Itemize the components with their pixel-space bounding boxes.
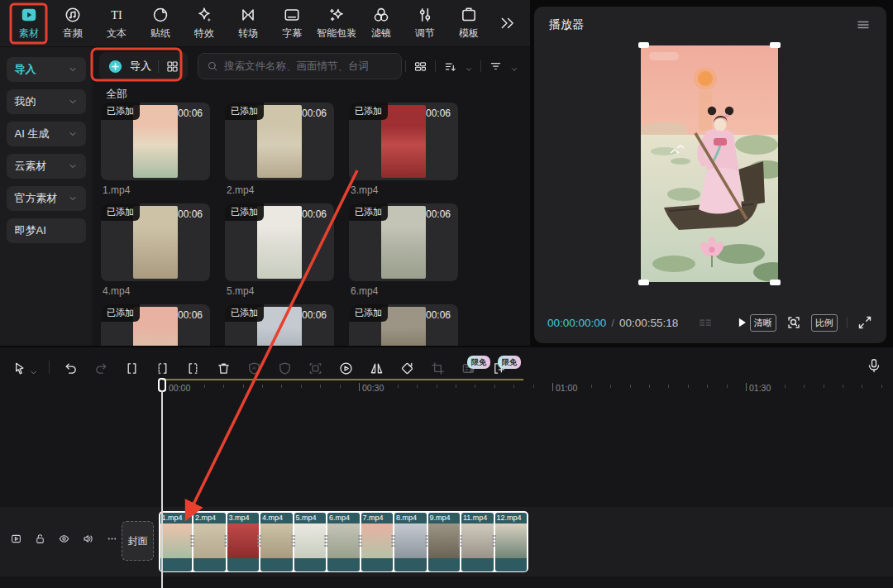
transition-handle[interactable] xyxy=(324,534,328,547)
sidebar-item-official-material[interactable]: 官方素材 xyxy=(7,186,86,211)
play-button[interactable] xyxy=(734,315,749,330)
tl-crop-button[interactable] xyxy=(423,361,453,379)
tab-filter[interactable]: 滤镜 xyxy=(362,6,400,41)
fullscreen-icon[interactable] xyxy=(857,314,873,331)
tl-split-left-button[interactable] xyxy=(147,361,178,379)
import-grid-icon[interactable] xyxy=(165,60,179,74)
timeline-clip[interactable]: 3.mp4 xyxy=(227,513,260,571)
tl-overlay-button[interactable] xyxy=(300,361,331,379)
sidebar-item-cloud-material[interactable]: 云素材 xyxy=(7,154,86,179)
filter-funnel-icon[interactable] xyxy=(489,60,503,74)
more-icon[interactable] xyxy=(106,533,118,545)
transition-handle[interactable] xyxy=(458,534,462,547)
media-item[interactable]: 已添加 00:06 9.mp4 xyxy=(349,304,473,346)
tab-sticker[interactable]: 贴纸 xyxy=(141,6,179,41)
tl-shield-button[interactable] xyxy=(270,361,300,379)
media-item[interactable]: 已添加 00:06 4.mp4 xyxy=(101,203,225,304)
tab-captions[interactable]: 字幕 xyxy=(273,6,311,41)
media-item[interactable]: 已添加 00:06 5.mp4 xyxy=(225,203,349,304)
transition-handle[interactable] xyxy=(425,534,429,547)
media-card[interactable]: 已添加 00:06 xyxy=(225,103,334,180)
tab-text[interactable]: TI 文本 xyxy=(98,6,136,41)
timeline-clip[interactable]: 11.mp4 xyxy=(461,513,494,571)
tl-flip-button[interactable] xyxy=(361,361,392,379)
timeline-clip[interactable]: 7.mp4 xyxy=(361,513,394,571)
transition-handle[interactable] xyxy=(492,534,496,547)
tl-shield-ai-button[interactable]: AI xyxy=(239,361,270,379)
media-item[interactable]: 已添加 00:06 6.mp4 xyxy=(349,203,473,304)
timeline-clip[interactable]: 9.mp4 xyxy=(428,513,461,571)
cover-button[interactable]: 封面 xyxy=(122,521,154,561)
scan-search-icon[interactable] xyxy=(786,314,802,331)
transition-handle[interactable] xyxy=(291,534,295,547)
selection-handle[interactable] xyxy=(770,280,781,285)
media-card[interactable]: 已添加 00:06 xyxy=(349,304,458,346)
tab-audio[interactable]: 音频 xyxy=(54,6,92,41)
eye-icon[interactable] xyxy=(58,533,70,545)
timeline-clip[interactable]: 6.mp4 xyxy=(327,513,360,571)
tl-rotate-button[interactable] xyxy=(392,361,423,379)
transition-handle[interactable] xyxy=(391,534,395,547)
tl-select-tool[interactable] xyxy=(5,361,43,379)
track-preview-icon[interactable] xyxy=(10,533,22,545)
tab-adjust[interactable]: 调节 xyxy=(406,6,444,41)
transition-handle[interactable] xyxy=(224,534,228,547)
import-button-group[interactable]: 导入 xyxy=(99,52,188,80)
ratio-button[interactable]: 比例 xyxy=(811,314,838,332)
transition-handle[interactable] xyxy=(190,534,194,547)
hamburger-menu-icon[interactable] xyxy=(855,17,872,33)
tl-trash-button[interactable] xyxy=(208,361,239,379)
tl-undo-button[interactable] xyxy=(55,361,86,379)
timeline-clip[interactable]: 2.mp4 xyxy=(193,513,226,571)
sidebar-item-jimeng-ai[interactable]: 即梦AI xyxy=(7,218,86,243)
chevron-down-icon[interactable] xyxy=(465,62,473,70)
selection-handle[interactable] xyxy=(638,42,649,48)
sidebar-item-mine[interactable]: 我的 xyxy=(7,89,86,114)
speaker-icon[interactable] xyxy=(82,533,94,545)
sort-icon[interactable] xyxy=(443,60,457,74)
tab-transition[interactable]: 转场 xyxy=(229,6,267,41)
tl-split-button[interactable] xyxy=(117,361,147,379)
chevron-down-icon[interactable] xyxy=(510,62,518,70)
media-card[interactable]: 已添加 00:06 xyxy=(101,103,210,180)
timeline-clip[interactable]: 8.mp4 xyxy=(394,513,427,571)
tl-text-clear-button[interactable]: 限免 xyxy=(453,361,484,379)
tl-keyframe-button[interactable] xyxy=(331,361,361,379)
tab-smart-pack[interactable]: 智能包装 xyxy=(317,6,356,41)
tl-split-right-button[interactable] xyxy=(178,361,208,379)
media-item[interactable]: 已添加 00:06 8.mp4 xyxy=(225,304,349,346)
tab-material[interactable]: 素材 xyxy=(10,6,48,41)
timeline-clip[interactable]: 12.mp4 xyxy=(495,513,528,571)
timeline-clip[interactable]: 5.mp4 xyxy=(294,513,327,571)
video-preview[interactable] xyxy=(641,45,778,282)
search-input[interactable]: 搜索文件名称、画面情节、台词 xyxy=(198,53,402,79)
tab-template[interactable]: 模板 xyxy=(450,6,488,41)
media-card[interactable]: 已添加 00:06 xyxy=(101,304,210,346)
tab-effects[interactable]: 特效 xyxy=(185,6,223,41)
expand-toolbar-button[interactable] xyxy=(499,14,517,32)
media-card[interactable]: 已添加 00:06 xyxy=(225,304,334,346)
media-card[interactable]: 已添加 00:06 xyxy=(349,103,458,180)
media-item[interactable]: 已添加 00:06 7.mp4 xyxy=(101,304,225,346)
selection-handle[interactable] xyxy=(770,42,781,48)
microphone-icon[interactable] xyxy=(866,357,882,374)
media-card[interactable]: 已添加 00:06 xyxy=(349,203,458,281)
grid-view-icon[interactable] xyxy=(413,60,427,74)
transition-handle[interactable] xyxy=(358,534,362,547)
clarity-button[interactable]: 清晰 xyxy=(750,314,776,332)
tl-redo-button[interactable] xyxy=(86,361,117,379)
lock-icon[interactable] xyxy=(34,533,46,545)
timeline-clip[interactable]: 4.mp4 xyxy=(260,513,293,571)
media-card[interactable]: 已添加 00:06 xyxy=(101,203,210,281)
transition-handle[interactable] xyxy=(257,534,261,547)
sidebar-item-ai-generate[interactable]: AI 生成 xyxy=(7,122,86,146)
timeline-ruler[interactable]: 00:0000:3001:0001:30 xyxy=(0,379,893,400)
media-item[interactable]: 已添加 00:06 2.mp4 xyxy=(225,103,349,203)
media-item[interactable]: 已添加 00:06 1.mp4 xyxy=(101,103,225,203)
timeline-clip[interactable]: 1.mp4 xyxy=(160,513,193,571)
frame-list-icon[interactable] xyxy=(691,316,719,330)
media-card[interactable]: 已添加 00:06 xyxy=(225,203,334,281)
media-item[interactable]: 已添加 00:06 3.mp4 xyxy=(349,103,473,203)
selection-handle[interactable] xyxy=(638,280,649,285)
sidebar-item-import[interactable]: 导入 xyxy=(7,57,86,82)
